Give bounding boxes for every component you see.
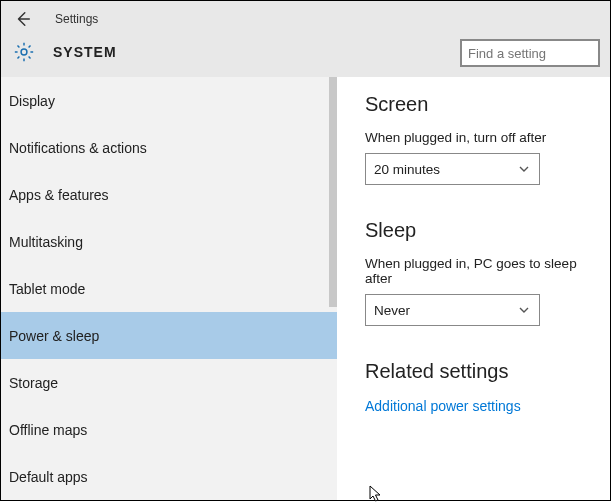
sidebar-item-label: Default apps (9, 469, 88, 485)
page-title: SYSTEM (53, 44, 117, 60)
sleep-select[interactable]: Never (365, 294, 540, 326)
gear-icon (13, 41, 35, 63)
content-pane: Screen When plugged in, turn off after 2… (337, 77, 610, 500)
title-bar: Settings (1, 1, 610, 31)
sidebar-item-power-sleep[interactable]: Power & sleep (1, 312, 337, 359)
sidebar-item-storage[interactable]: Storage (1, 359, 337, 406)
sidebar-item-offline-maps[interactable]: Offline maps (1, 406, 337, 453)
sidebar-item-label: Apps & features (9, 187, 109, 203)
screen-off-label: When plugged in, turn off after (365, 130, 596, 145)
sidebar-item-label: Multitasking (9, 234, 83, 250)
search-input[interactable] (460, 39, 600, 67)
chevron-down-icon (517, 303, 531, 317)
svg-point-0 (21, 49, 27, 55)
sidebar-item-apps-features[interactable]: Apps & features (1, 171, 337, 218)
app-title: Settings (55, 12, 98, 26)
sidebar-item-label: Tablet mode (9, 281, 85, 297)
settings-window: Settings SYSTEM DisplayNotifications & a… (0, 0, 611, 501)
screen-off-select[interactable]: 20 minutes (365, 153, 540, 185)
sidebar: DisplayNotifications & actionsApps & fea… (1, 77, 337, 500)
sidebar-item-tablet-mode[interactable]: Tablet mode (1, 265, 337, 312)
sidebar-item-multitasking[interactable]: Multitasking (1, 218, 337, 265)
sidebar-item-default-apps[interactable]: Default apps (1, 453, 337, 500)
sidebar-item-notifications-actions[interactable]: Notifications & actions (1, 124, 337, 171)
sidebar-scrollbar[interactable] (329, 77, 337, 307)
body: DisplayNotifications & actionsApps & fea… (1, 77, 610, 500)
sidebar-item-label: Display (9, 93, 55, 109)
sleep-value: Never (374, 303, 410, 318)
sidebar-item-label: Storage (9, 375, 58, 391)
back-arrow-icon (14, 10, 32, 28)
back-button[interactable] (13, 9, 33, 29)
related-heading: Related settings (365, 360, 596, 383)
sidebar-list: DisplayNotifications & actionsApps & fea… (1, 77, 337, 500)
sidebar-item-label: Power & sleep (9, 328, 99, 344)
sidebar-item-label: Notifications & actions (9, 140, 147, 156)
screen-heading: Screen (365, 93, 596, 116)
header-bar: Settings SYSTEM (1, 1, 610, 77)
sleep-label: When plugged in, PC goes to sleep after (365, 256, 596, 286)
additional-power-settings-link[interactable]: Additional power settings (365, 398, 521, 414)
chevron-down-icon (517, 162, 531, 176)
sidebar-item-label: Offline maps (9, 422, 87, 438)
sidebar-item-display[interactable]: Display (1, 77, 337, 124)
screen-off-value: 20 minutes (374, 162, 440, 177)
sleep-heading: Sleep (365, 219, 596, 242)
